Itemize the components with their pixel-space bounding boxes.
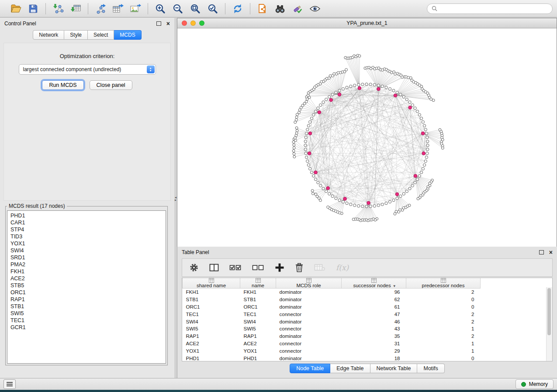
show-columns-button[interactable] (209, 263, 219, 272)
cell-shared-name[interactable]: STB1 (183, 296, 240, 303)
export-image-button[interactable] (128, 2, 143, 16)
cell-successor-nodes[interactable]: 62 (342, 296, 406, 303)
result-item[interactable]: YOX1 (10, 240, 163, 247)
result-item[interactable]: TID3 (10, 233, 163, 240)
cell-mcds-role[interactable]: dominator (276, 318, 342, 325)
memory-button[interactable]: Memory (515, 379, 554, 389)
cell-shared-name[interactable]: TEC1 (183, 310, 240, 318)
tab-style[interactable]: Style (64, 30, 88, 40)
cell-predecessor-nodes[interactable]: 1 (406, 340, 481, 347)
cell-name[interactable]: STB1 (240, 296, 276, 303)
table-row[interactable]: TEC1TEC1connector472 (183, 310, 481, 318)
apply-layout-button[interactable] (230, 2, 245, 16)
cell-mcds-role[interactable]: dominator (276, 354, 342, 361)
table-scrollbar[interactable] (546, 287, 552, 361)
optimization-criterion-select[interactable]: largest connected component (undirected)… (19, 64, 156, 75)
minimize-window-icon[interactable] (190, 21, 196, 26)
result-item[interactable]: TEC1 (10, 317, 163, 324)
export-table-button[interactable] (111, 2, 125, 16)
cell-mcds-role[interactable]: connector (276, 340, 342, 347)
cell-name[interactable]: SWI5 (240, 325, 276, 333)
cell-name[interactable]: PHD1 (240, 354, 276, 361)
result-item[interactable]: STB5 (10, 282, 163, 289)
tab-network-table[interactable]: Network Table (370, 364, 418, 373)
cell-successor-nodes[interactable]: 61 (342, 303, 406, 311)
float-panel-icon[interactable] (156, 21, 161, 26)
close-table-panel-icon[interactable]: × (549, 250, 553, 254)
result-item[interactable]: FKH1 (10, 268, 163, 275)
cell-shared-name[interactable]: FKH1 (183, 289, 240, 296)
table-row[interactable]: RAP1RAP1dominator352 (183, 333, 481, 340)
cell-name[interactable]: TEC1 (240, 310, 276, 318)
cell-shared-name[interactable]: ACE2 (183, 340, 240, 347)
zoom-window-icon[interactable] (199, 21, 204, 26)
cell-name[interactable]: SWI4 (240, 318, 276, 325)
cell-mcds-role[interactable]: dominator (276, 333, 342, 340)
result-item[interactable]: SRD1 (10, 254, 163, 261)
table-scrollbar-thumb[interactable] (547, 288, 551, 335)
column-header-successor-nodes[interactable]: successor nodes▼ (342, 278, 406, 289)
cell-predecessor-nodes[interactable]: 2 (406, 289, 481, 296)
result-item[interactable]: PMA2 (10, 261, 163, 268)
cell-mcds-role[interactable]: connector (276, 310, 342, 318)
cell-shared-name[interactable]: SWI5 (183, 325, 240, 333)
zoom-selected-button[interactable] (205, 2, 220, 16)
cell-mcds-role[interactable]: dominator (276, 296, 342, 303)
import-public-database-button[interactable] (255, 2, 270, 16)
result-item[interactable]: SWI4 (10, 247, 163, 254)
tab-node-table[interactable]: Node Table (290, 364, 330, 373)
zoom-in-button[interactable] (153, 2, 168, 16)
tab-network[interactable]: Network (33, 30, 64, 40)
table-options-button[interactable] (189, 263, 199, 272)
cell-mcds-role[interactable]: connector (276, 325, 342, 333)
tab-motifs[interactable]: Motifs (417, 364, 444, 373)
cell-shared-name[interactable]: RAP1 (183, 333, 240, 340)
tab-select[interactable]: Select (88, 30, 114, 40)
result-item[interactable]: RAP1 (10, 296, 163, 303)
network-canvas[interactable] (177, 28, 557, 247)
cell-successor-nodes[interactable]: 47 (342, 310, 406, 318)
deselect-all-button[interactable] (252, 263, 264, 272)
result-item[interactable]: STP4 (10, 226, 163, 233)
cell-mcds-role[interactable]: dominator (276, 303, 342, 311)
float-table-panel-icon[interactable] (539, 250, 544, 254)
table-row[interactable]: PHD1PHD1dominator180 (183, 354, 481, 361)
cell-mcds-role[interactable]: dominator (276, 289, 342, 296)
show-graphics-details-button[interactable] (308, 2, 322, 16)
cell-successor-nodes[interactable]: 29 (342, 347, 406, 354)
table-row[interactable]: SWI5SWI5connector431 (183, 325, 481, 333)
cell-predecessor-nodes[interactable]: 2 (406, 333, 481, 340)
select-all-button[interactable] (229, 263, 242, 272)
cell-successor-nodes[interactable]: 35 (342, 333, 406, 340)
result-item[interactable]: CAR1 (10, 219, 163, 226)
tab-edge-table[interactable]: Edge Table (330, 364, 370, 373)
cell-predecessor-nodes[interactable]: 0 (406, 303, 481, 311)
search-input[interactable] (440, 5, 548, 12)
cell-predecessor-nodes[interactable]: 0 (406, 354, 481, 361)
result-item[interactable]: ACE2 (10, 275, 163, 282)
cell-shared-name[interactable]: YOX1 (183, 347, 240, 354)
table-row[interactable]: STB1STB1dominator620 (183, 296, 481, 303)
cell-successor-nodes[interactable]: 43 (342, 325, 406, 333)
cell-predecessor-nodes[interactable]: 1 (406, 325, 481, 333)
cell-predecessor-nodes[interactable]: 0 (406, 296, 481, 303)
search-network-button[interactable] (273, 2, 287, 16)
cell-name[interactable]: FKH1 (240, 289, 276, 296)
zoom-fit-button[interactable] (188, 2, 203, 16)
cell-name[interactable]: RAP1 (240, 333, 276, 340)
cell-shared-name[interactable]: ORC1 (183, 303, 240, 311)
cell-successor-nodes[interactable]: 96 (342, 289, 406, 296)
column-header-predecessor-nodes[interactable]: predecessor nodes (406, 278, 481, 289)
cell-predecessor-nodes[interactable]: 2 (406, 318, 481, 325)
save-session-button[interactable] (26, 2, 41, 16)
cell-mcds-role[interactable]: connector (276, 347, 342, 354)
cell-predecessor-nodes[interactable]: 2 (406, 310, 481, 318)
cell-successor-nodes[interactable]: 18 (342, 354, 406, 361)
apply-style-button[interactable] (290, 2, 305, 16)
cell-name[interactable]: ACE2 (240, 340, 276, 347)
table-row[interactable]: ORC1ORC1dominator610 (183, 303, 481, 311)
table-row[interactable]: SWI4SWI4dominator462 (183, 318, 481, 325)
cell-name[interactable]: ORC1 (240, 303, 276, 311)
result-item[interactable]: SWI5 (10, 310, 163, 317)
cell-successor-nodes[interactable]: 31 (342, 340, 406, 347)
